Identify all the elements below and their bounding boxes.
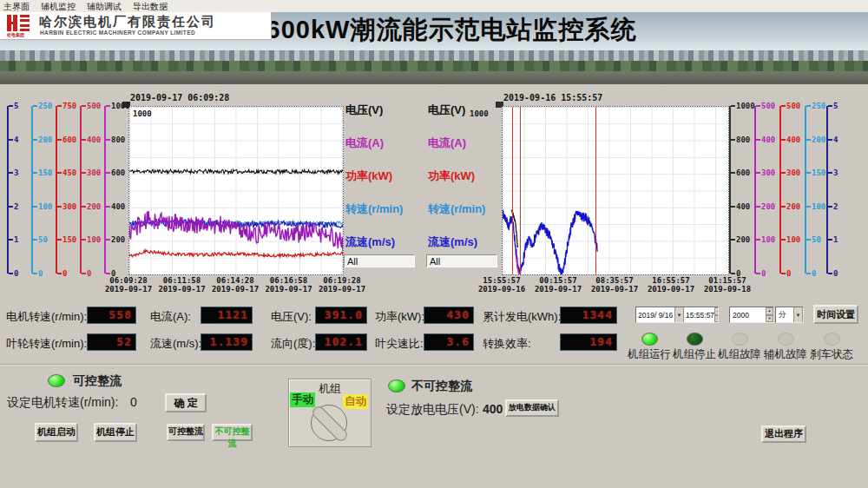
axis-tick-label: 450 [62, 169, 76, 177]
interval-unit-dropdown-icon[interactable]: ▼ [793, 307, 803, 323]
unit-mode-panel: 机组 手动 自动 [288, 379, 372, 447]
date-dropdown-icon[interactable]: ▼ [674, 307, 684, 323]
axis-tick-label: 2 [833, 203, 838, 211]
axis-tick [9, 273, 13, 274]
legend-rpm: 转速(r/min) [345, 201, 403, 217]
current-label: 电流(A): [150, 309, 191, 325]
axis-tick [9, 206, 13, 208]
chart-cursor-2[interactable] [595, 107, 596, 274]
axis-tick [781, 206, 786, 208]
axis-tick [731, 273, 735, 274]
axis-tick-label: 4 [14, 136, 18, 144]
axis-tick-label: 3 [833, 169, 838, 177]
axis-tick-label: 50 [812, 236, 821, 244]
axis-tick [57, 273, 62, 274]
axis-tick-label: 100 [786, 236, 800, 244]
axis-tick [57, 172, 62, 174]
axis-tick [756, 139, 760, 141]
chart-cursor-1[interactable] [520, 107, 521, 274]
axis-tick [82, 172, 86, 174]
knob-handle[interactable] [310, 404, 349, 443]
auto-mode-label: 自动 [343, 394, 368, 409]
axis-tick-label: 400 [761, 136, 775, 144]
time-set-button[interactable]: 时间设置 [813, 305, 858, 324]
legend-power: 功率(kW) [345, 168, 392, 184]
y-axis-0-4: 10008006004002000 [104, 106, 128, 274]
datetime-picker[interactable]: 2019/ 9/16 ▼ 15:55:57 ▲▼ [635, 307, 719, 323]
flow-direction-label: 流向(度): [271, 336, 315, 352]
axis-tick [57, 105, 62, 107]
interval-spinbox[interactable]: 2000 ▲▼ [729, 307, 774, 323]
led-brake-status [824, 333, 840, 346]
axis-tick-label: 200 [87, 203, 101, 211]
axis-tick-label: 1 [833, 236, 838, 244]
axis-tick [828, 172, 832, 174]
menu-item-export-data[interactable]: 导出数据 [133, 1, 168, 13]
menu-item-aux-monitor[interactable]: 辅机监控 [41, 1, 76, 13]
axis-tick [756, 239, 760, 241]
menu-item-aux-debug[interactable]: 辅助调试 [87, 1, 122, 13]
legend-flow-speed: 流速(m/s) [345, 234, 395, 250]
mode-switch-knob[interactable] [311, 405, 347, 441]
axis-tick [82, 105, 86, 107]
led-aux-fault-label: 辅机故障 [762, 347, 809, 362]
time-spinner[interactable]: ▲▼ [714, 307, 719, 322]
y-axis-1-4: 543210 [826, 106, 850, 274]
time-value: 15:55:57 [684, 311, 714, 320]
menu-item-main[interactable]: 主界面 [3, 1, 30, 13]
set-discharge-value[interactable]: 400 [483, 402, 503, 416]
axis-line [7, 106, 9, 274]
legend-all-selector[interactable]: All [426, 254, 497, 267]
axis-tick-label: 200 [111, 236, 125, 244]
axis-tick-label: 0 [786, 270, 791, 278]
axis-tick-label: 0 [14, 270, 18, 278]
axis-tick [731, 206, 735, 208]
voltage-display: 391.0 [315, 307, 367, 324]
conversion-efficiency-display: 194 [560, 333, 617, 351]
axis-tick [806, 206, 811, 208]
total-energy-label: 累计发电(kWh): [483, 309, 561, 325]
axis-tick [731, 172, 735, 174]
axis-tick-label: 50 [38, 236, 48, 244]
axis-tick-label: 100 [38, 203, 52, 211]
confirm-button[interactable]: 确 定 [165, 393, 207, 412]
unit-start-button[interactable]: 机组启动 [35, 423, 78, 442]
x-axis-label: 01:15:572019-09-18 [687, 276, 767, 293]
axis-tick-label: 800 [111, 136, 125, 144]
unit-stop-button[interactable]: 机组停止 [94, 423, 137, 442]
interval-spinner[interactable]: ▲▼ [766, 307, 773, 322]
axis-tick [806, 139, 811, 141]
header-banner: 600kW潮流能示范电站监控系统 哈电集团 哈尔滨电机厂有限责任公司 HARBI… [0, 12, 868, 84]
y-axis-1-1: 5004003002001000 [754, 106, 778, 274]
interval-value: 2000 [730, 311, 766, 320]
axis-tick [731, 105, 735, 107]
axis-tick [756, 105, 760, 107]
set-motor-speed-label: 设定电机转速(r/min): [7, 395, 118, 411]
axis-tick [806, 105, 811, 107]
panorama-ground [0, 71, 868, 84]
controlled-rectify-button[interactable]: 可控整流 [167, 424, 205, 441]
uncontrolled-rectify-button[interactable]: 不可控整流 [212, 424, 253, 441]
chart-cursor-0[interactable] [512, 107, 513, 274]
set-motor-speed-value[interactable]: 0 [130, 395, 137, 409]
axis-tick-label: 0 [812, 270, 816, 278]
legend-all-selector[interactable]: All [344, 254, 415, 267]
chart-series-canvas [503, 107, 728, 274]
axis-tick-label: 1 [14, 236, 18, 244]
axis-tick [756, 206, 760, 208]
motor-speed-label: 电机转速(r/min): [6, 309, 87, 325]
axis-tick [82, 273, 86, 274]
axis-line [56, 106, 57, 274]
axis-tick-label: 200 [812, 136, 825, 144]
axis-tick [106, 239, 110, 241]
series-功率 [129, 250, 343, 257]
axis-tick [82, 239, 86, 241]
interval-unit-combo[interactable]: 分 ▼ [775, 307, 804, 323]
axis-tick [33, 105, 37, 107]
exit-program-button[interactable]: 退出程序 [761, 425, 806, 443]
discharge-confirm-button[interactable]: 放电数据确认 [505, 399, 559, 417]
axis-line [729, 106, 731, 274]
axis-tick [82, 206, 86, 208]
date-value: 2019/ 9/16 [636, 311, 674, 320]
axis-tick [756, 172, 760, 174]
